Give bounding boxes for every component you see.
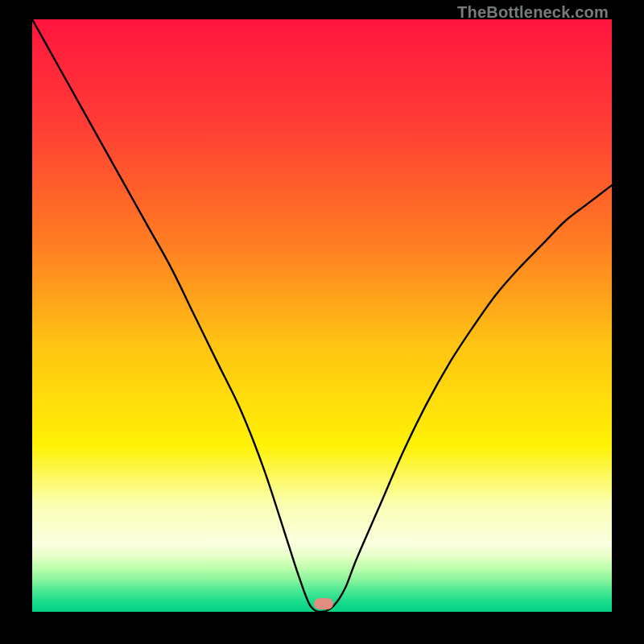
plot-area bbox=[32, 19, 612, 612]
optimal-marker bbox=[314, 598, 333, 609]
bottleneck-curve bbox=[32, 19, 612, 612]
watermark: TheBottleneck.com bbox=[457, 3, 609, 22]
chart-frame: TheBottleneck.com bbox=[0, 0, 644, 644]
